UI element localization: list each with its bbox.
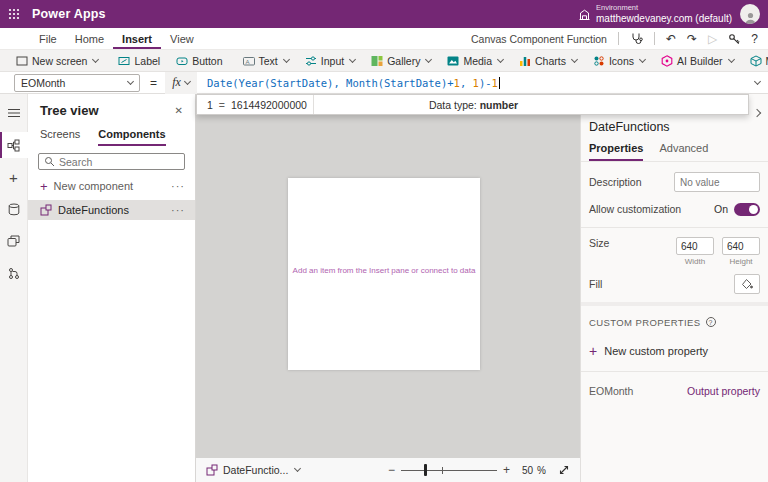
fill-label: Fill [589, 278, 602, 290]
environment-name: matthewdevaney.com (default) [596, 13, 732, 25]
user-avatar[interactable] [740, 4, 760, 24]
waffle-menu-icon[interactable] [0, 0, 28, 28]
product-title: Power Apps [32, 7, 106, 21]
zoom-slider-handle[interactable] [424, 464, 427, 476]
toolbar-label-control[interactable]: Label [110, 50, 168, 71]
toolbar-new-screen[interactable]: New screen [8, 50, 106, 71]
menu-item-home[interactable]: Home [66, 28, 113, 49]
canvas-column: Add an item from the Insert pane or conn… [196, 94, 580, 482]
environment-selector[interactable]: Environment matthewdevaney.com (default) [579, 4, 732, 24]
tree-item-datefunctions[interactable]: DateFunctions ··· [28, 200, 195, 220]
toolbar-label: Button [192, 55, 222, 67]
menu-item-insert[interactable]: Insert [113, 28, 161, 49]
menu-item-file[interactable]: File [30, 28, 66, 49]
toolbar-mixed-reality[interactable]: Mixed Reality [742, 50, 768, 71]
fx-dropdown[interactable]: fx [165, 72, 197, 94]
rail-hamburger-icon[interactable] [0, 100, 28, 126]
custom-properties-heading: CUSTOM PROPERTIES [589, 317, 701, 328]
tab-screens[interactable]: Screens [40, 128, 80, 146]
chevron-down-icon [127, 77, 134, 84]
chevron-down-icon [283, 55, 290, 62]
rail-data-icon[interactable] [0, 196, 28, 222]
status-component-name: DateFunctio... [223, 464, 288, 476]
new-component-button[interactable]: + New component ··· [28, 175, 195, 197]
output-property-link[interactable]: Output property [687, 385, 760, 397]
chevron-down-icon [754, 77, 761, 84]
allow-customization-toggle[interactable] [734, 203, 760, 216]
zoom-slider[interactable] [401, 463, 497, 477]
description-input[interactable] [674, 172, 760, 192]
rail-advanced-tools-icon[interactable] [0, 260, 28, 286]
play-preview-icon[interactable]: ▷ [708, 33, 717, 45]
status-bar: DateFunctio... − + 50 % [196, 458, 580, 482]
more-options-icon[interactable]: ··· [171, 180, 185, 192]
custom-property-name: EOMonth [589, 385, 633, 397]
panel-collapse-chevron-icon[interactable] [754, 102, 760, 120]
rail-media-icon[interactable] [0, 228, 28, 254]
icons-icon [593, 55, 605, 67]
divider [581, 227, 768, 228]
toolbar-button-control[interactable]: Button [168, 50, 230, 71]
fill-color-swatch[interactable] [734, 274, 760, 294]
formula-text[interactable]: Date(Year(StartDate), Month(StartDate)+1… [197, 72, 753, 93]
key-icon[interactable] [728, 33, 740, 45]
property-selector-dropdown[interactable]: EOMonth [14, 74, 140, 92]
mixed-reality-icon [750, 55, 762, 67]
search-box [38, 153, 185, 170]
environment-label: Environment [596, 4, 732, 13]
search-input[interactable] [59, 156, 179, 168]
divider [313, 95, 314, 114]
tree-view-panel: Tree view ✕ Screens Components + New com… [28, 94, 196, 482]
toolbar-media[interactable]: Media [439, 50, 511, 71]
status-component-selector[interactable]: DateFunctio... [196, 464, 300, 476]
toolbar-icons[interactable]: Icons [585, 50, 653, 71]
toggle-knob [749, 205, 758, 214]
tab-properties[interactable]: Properties [589, 142, 643, 161]
chevron-down-icon [728, 55, 735, 62]
new-screen-icon [16, 55, 28, 67]
height-input[interactable] [722, 237, 760, 255]
zoom-out-button[interactable]: − [382, 464, 401, 476]
chevron-down-icon [571, 55, 578, 62]
menu-item-view[interactable]: View [161, 28, 203, 49]
search-icon [44, 156, 55, 167]
toolbar-label: Media [463, 55, 492, 67]
description-label: Description [589, 176, 642, 188]
rail-insert-icon[interactable]: + [0, 164, 28, 190]
formula-expand-chevron[interactable] [753, 82, 768, 84]
tree-view-title: Tree view [40, 103, 99, 118]
undo-icon[interactable]: ↶ [666, 33, 676, 45]
chevron-down-icon [294, 465, 301, 472]
data-type-value: number [480, 99, 519, 111]
toolbar-input[interactable]: Input [297, 50, 363, 71]
toolbar-charts[interactable]: Charts [511, 50, 585, 71]
toolbar-text[interactable]: A Text [235, 50, 297, 71]
toolbar-gallery[interactable]: Gallery [363, 50, 439, 71]
toolbar-label: Label [134, 55, 160, 67]
component-design-canvas[interactable]: Add an item from the Insert pane or conn… [288, 178, 480, 370]
width-input[interactable] [676, 237, 714, 255]
zoom-slider-tick [442, 467, 444, 474]
zoom-in-button[interactable]: + [497, 464, 516, 476]
properties-panel: DateFunctions Properties Advanced Descri… [580, 94, 768, 482]
app-checker-icon[interactable] [630, 32, 643, 45]
formula-result-popup: 1 = 1614492000000 Data type: number [196, 94, 749, 115]
button-icon [176, 55, 188, 67]
redo-icon[interactable]: ↷ [687, 33, 697, 45]
environment-icon [579, 9, 590, 20]
close-icon[interactable]: ✕ [175, 105, 183, 116]
help-icon[interactable]: ? [751, 33, 758, 45]
info-icon[interactable]: ? [706, 317, 716, 327]
toolbar-ai-builder[interactable]: AI Builder [653, 50, 742, 71]
app-header: Power Apps Environment matthewdevaney.co… [0, 0, 768, 28]
rail-tree-view-icon[interactable] [0, 132, 28, 158]
chevron-down-icon [184, 77, 191, 84]
new-custom-property-button[interactable]: + New custom property [581, 341, 768, 361]
tab-advanced[interactable]: Advanced [659, 142, 708, 161]
zoom-slider-track[interactable] [401, 470, 497, 472]
more-options-icon[interactable]: ··· [171, 204, 185, 216]
tab-components[interactable]: Components [98, 128, 165, 146]
component-icon [206, 464, 218, 476]
fullscreen-icon[interactable] [558, 464, 570, 476]
toolbar-label: Gallery [387, 55, 420, 67]
